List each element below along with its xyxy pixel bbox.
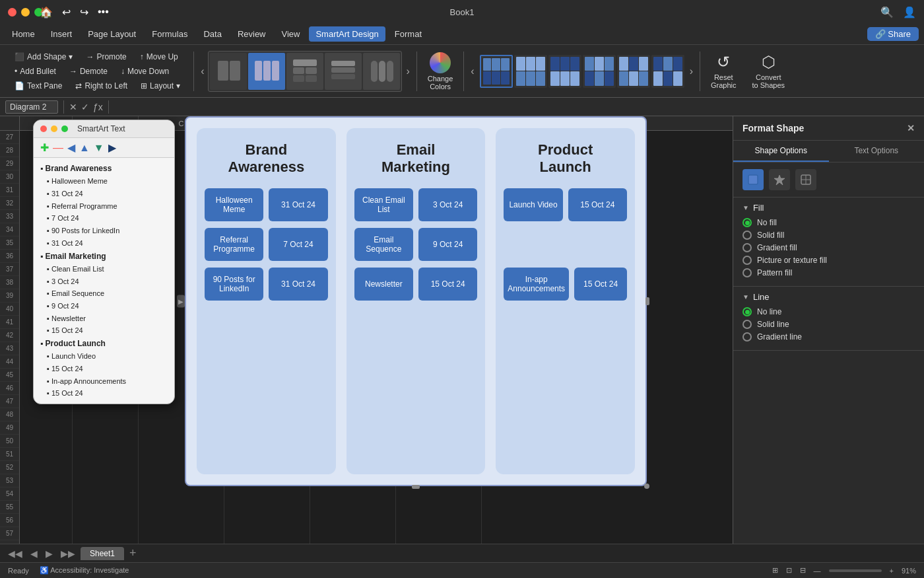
move-down-list-icon[interactable]: ▶ bbox=[108, 141, 116, 154]
add-shape-button[interactable]: ⬛ Add Shape ▾ bbox=[9, 50, 78, 63]
panel-item-product-launch[interactable]: ▪ Product Launch bbox=[40, 337, 168, 350]
layout-prev-button[interactable]: ‹ bbox=[198, 64, 207, 79]
resize-handle-bottom[interactable] bbox=[412, 485, 420, 489]
layout-next-button[interactable]: › bbox=[403, 64, 412, 79]
confirm-formula-icon[interactable]: ✓ bbox=[81, 102, 89, 112]
brand-date-1[interactable]: 31 Oct 24 bbox=[269, 188, 327, 221]
redo-icon[interactable]: ↪ bbox=[80, 6, 88, 18]
menu-page-layout[interactable]: Page Layout bbox=[81, 26, 143, 42]
undo-icon[interactable]: ↩ bbox=[62, 6, 71, 18]
minimize-button[interactable] bbox=[21, 8, 30, 17]
zoom-slider[interactable] bbox=[829, 569, 882, 572]
layout-thumb-2[interactable] bbox=[248, 53, 285, 90]
launch-video-item[interactable]: Launch Video bbox=[504, 188, 562, 221]
email-date-1[interactable]: 3 Oct 24 bbox=[418, 188, 477, 221]
diagram-drag-handle[interactable]: ▶ bbox=[177, 295, 185, 308]
layout-thumb-4[interactable] bbox=[325, 53, 362, 90]
no-line-option[interactable]: No line bbox=[742, 307, 915, 316]
styles-next-button[interactable]: › bbox=[687, 64, 696, 79]
inapp-announcements-item[interactable]: In-appAnnouncements bbox=[504, 268, 569, 301]
resize-handle-right[interactable] bbox=[645, 297, 649, 305]
add-item-icon[interactable]: ✚ bbox=[40, 141, 49, 154]
gradient-line-option[interactable]: Gradient line bbox=[742, 332, 915, 342]
zoom-out-icon[interactable]: — bbox=[814, 567, 821, 575]
layout-button[interactable]: ⊞ Layout ▾ bbox=[135, 79, 185, 92]
fill-section-header[interactable]: ▼ Fill bbox=[742, 203, 915, 213]
tab-shape-options[interactable]: Shape Options bbox=[733, 141, 829, 162]
style-5[interactable] bbox=[617, 55, 650, 88]
share-button[interactable]: 🔗 Share bbox=[867, 27, 919, 41]
more-icon[interactable]: ••• bbox=[98, 6, 109, 18]
share-icon[interactable]: 👤 bbox=[903, 6, 916, 18]
styles-prev-button[interactable]: ‹ bbox=[468, 64, 477, 79]
email-sequence-item[interactable]: Email Sequence bbox=[354, 228, 413, 261]
panel-item-halloween-meme[interactable]: ▪ Halloween Meme bbox=[47, 175, 168, 188]
indent-left-icon[interactable]: ◀ bbox=[67, 141, 75, 154]
pattern-fill-option[interactable]: Pattern fill bbox=[742, 268, 915, 277]
insert-function-icon[interactable]: ƒx bbox=[93, 102, 103, 112]
search-icon[interactable]: 🔍 bbox=[880, 6, 894, 18]
menu-data[interactable]: Data bbox=[197, 26, 228, 42]
tab-text-options[interactable]: Text Options bbox=[829, 141, 925, 162]
sheet1-tab[interactable]: Sheet1 bbox=[81, 547, 124, 560]
product-date-2[interactable]: 15 Oct 24 bbox=[574, 268, 627, 301]
change-colors-button[interactable]: ChangeColors bbox=[421, 48, 460, 94]
no-line-radio[interactable] bbox=[742, 307, 752, 316]
size-props-icon[interactable] bbox=[795, 169, 816, 190]
menu-view[interactable]: View bbox=[275, 26, 307, 42]
no-fill-option[interactable]: No fill bbox=[742, 218, 915, 227]
panel-item-email-marketing[interactable]: ▪ Email Marketing bbox=[40, 250, 168, 263]
convert-shapes-button[interactable]: ⬡ Convertto Shapes bbox=[746, 49, 792, 93]
panel-item-3oct[interactable]: ▪ 3 Oct 24 bbox=[47, 275, 168, 288]
formula-input[interactable] bbox=[114, 102, 919, 112]
layout-thumb-3[interactable] bbox=[286, 53, 323, 90]
gradient-fill-option[interactable]: Gradient fill bbox=[742, 243, 915, 252]
sheet-nav-right-button[interactable]: ▶ bbox=[43, 547, 55, 560]
panel-minimize-button[interactable] bbox=[51, 126, 57, 132]
style-1[interactable] bbox=[480, 55, 513, 88]
page-layout-view-icon[interactable]: ⊡ bbox=[786, 566, 792, 575]
sheet-nav-left-button[interactable]: ◀ bbox=[28, 547, 40, 560]
brand-date-2[interactable]: 7 Oct 24 bbox=[269, 228, 327, 261]
fill-line-icon[interactable] bbox=[742, 169, 764, 190]
panel-item-brand-awareness[interactable]: ▪ Brand Awareness bbox=[40, 162, 168, 175]
panel-item-15oct-launch[interactable]: ▪ 15 Oct 24 bbox=[47, 363, 168, 375]
panel-close-button[interactable] bbox=[40, 126, 47, 132]
panel-item-15oct-inapp[interactable]: ▪ 15 Oct 24 bbox=[47, 387, 168, 400]
panel-item-15oct-newsletter[interactable]: ▪ 15 Oct 24 bbox=[47, 324, 168, 337]
layout-thumb-1[interactable] bbox=[210, 53, 247, 90]
close-button[interactable] bbox=[8, 8, 16, 17]
gradient-fill-radio[interactable] bbox=[742, 243, 752, 252]
style-6[interactable] bbox=[651, 55, 684, 88]
remove-item-icon[interactable]: — bbox=[53, 142, 63, 154]
solid-line-radio[interactable] bbox=[742, 320, 752, 329]
format-panel-close-icon[interactable]: ✕ bbox=[907, 123, 915, 133]
menu-formulas[interactable]: Formulas bbox=[145, 26, 194, 42]
pattern-fill-radio[interactable] bbox=[742, 268, 752, 277]
zoom-in-icon[interactable]: + bbox=[890, 567, 894, 575]
add-sheet-button[interactable]: + bbox=[129, 546, 137, 560]
move-up-button[interactable]: ↑ Move Up bbox=[135, 50, 183, 63]
text-pane-button[interactable]: 📄 Text Pane bbox=[9, 79, 67, 92]
add-bullet-button[interactable]: • Add Bullet bbox=[9, 65, 61, 78]
gradient-line-radio[interactable] bbox=[742, 332, 752, 342]
panel-item-31oct24[interactable]: ▪ 31 Oct 24 bbox=[47, 237, 168, 250]
picture-texture-radio[interactable] bbox=[742, 256, 752, 265]
email-date-2[interactable]: 9 Oct 24 bbox=[418, 228, 477, 261]
panel-item-inapp[interactable]: ▪ In-app Announcements bbox=[47, 375, 168, 388]
panel-maximize-button[interactable] bbox=[61, 126, 68, 132]
panel-item-launch-video[interactable]: ▪ Launch Video bbox=[47, 350, 168, 363]
brand-date-3[interactable]: 31 Oct 24 bbox=[269, 268, 327, 301]
newsletter-item[interactable]: Newsletter bbox=[354, 268, 413, 301]
no-fill-radio[interactable] bbox=[742, 218, 752, 227]
reset-graphic-button[interactable]: ↺ ResetGraphic bbox=[704, 49, 743, 93]
picture-texture-fill-option[interactable]: Picture or texture fill bbox=[742, 256, 915, 265]
panel-item-clean-email[interactable]: ▪ Clean Email List bbox=[47, 263, 168, 275]
halloween-meme-item[interactable]: HalloweenMeme bbox=[205, 188, 263, 221]
resize-handle-corner[interactable] bbox=[644, 484, 649, 489]
right-to-left-button[interactable]: ⇄ Right to Left bbox=[70, 79, 133, 92]
panel-item-referral[interactable]: ▪ Referral Programme bbox=[47, 200, 168, 213]
line-section-header[interactable]: ▼ Line bbox=[742, 292, 915, 302]
style-4[interactable] bbox=[583, 55, 616, 88]
clean-email-list-item[interactable]: Clean Email List bbox=[354, 188, 413, 221]
